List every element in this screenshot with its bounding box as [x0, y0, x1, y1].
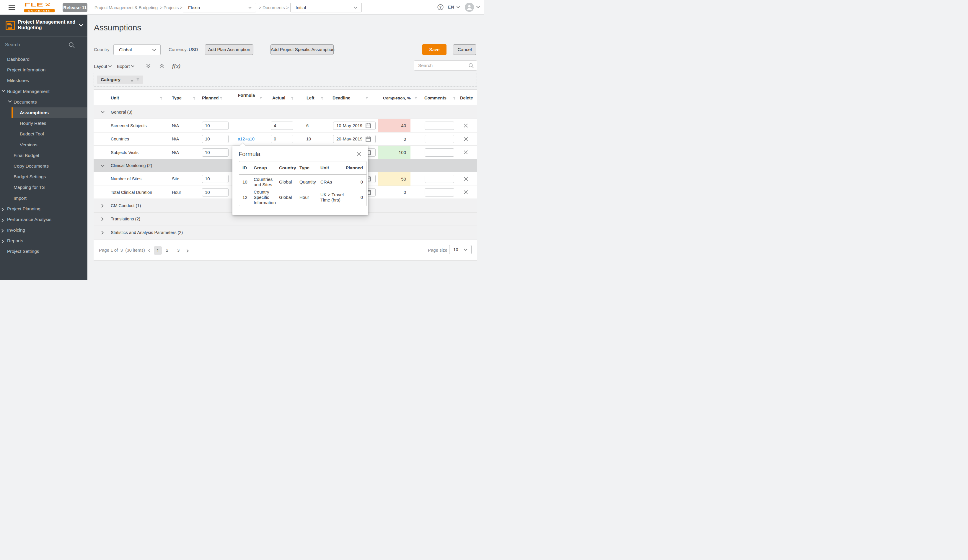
- svg-text:?: ?: [439, 5, 442, 10]
- svg-text:DATABASES: DATABASES: [28, 9, 50, 12]
- svg-text:FLE: FLE: [24, 3, 43, 7]
- svg-text:><: ><: [45, 3, 50, 8]
